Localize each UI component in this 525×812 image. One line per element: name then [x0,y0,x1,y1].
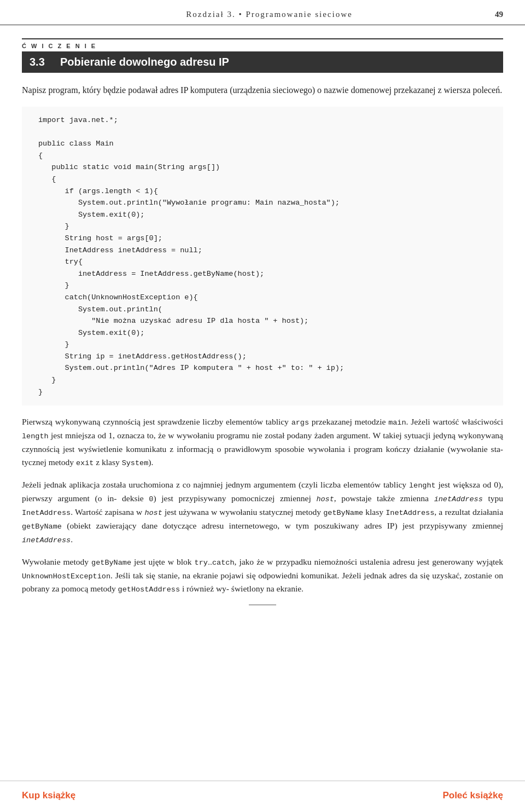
code-line-17: System.out.println( [38,305,162,314]
inline-code-0: 0 [149,495,153,503]
inline-italic-host: host [316,495,334,503]
inline-code-system: System [122,459,149,467]
inline-code-trycatch: try…catch [195,559,235,567]
code-line-8: System.out.println("Wywołanie programu: … [38,199,340,207]
inline-code-inetaddress-type: InetAddress [22,509,71,517]
paragraph-2: Jeżeli jednak aplikacja została uruchomi… [22,478,503,547]
code-line-14: inetAddress = InetAddress.getByName(host… [38,270,264,278]
inline-code-getbyname: getByName [323,509,363,517]
recommend-book-link[interactable]: Poleć książkę [442,790,503,801]
code-line-1: import java.net.*; [38,116,118,124]
exercise-title: Pobieranie dowolnego adresu IP [60,56,229,68]
inline-code-getbyname2: getByName [22,523,62,531]
page-number: 49 [495,10,503,19]
inline-code-inetaddress2: InetAddress [386,509,434,517]
code-line-13: try{ [38,258,83,266]
inline-code-exit: exit [76,459,94,467]
inline-code-length: length [22,432,49,440]
intro-paragraph: Napisz program, który będzie podawał adr… [22,84,503,97]
divider-line [249,605,276,605]
code-line-18: "Nie można uzyskać adresu IP dla hosta "… [38,317,308,325]
inline-italic-host2: host [144,509,162,517]
code-line-23: } [38,376,56,384]
page: Rozdział 3. • Programowanie sieciowe 49 … [0,0,525,812]
paragraph-1: Pierwszą wykonywaną czynnością jest spra… [22,415,503,469]
code-line-11: String host = args[0]; [38,234,162,242]
code-line-15: } [38,281,69,289]
exercise-label: Ć W I C Z E N I E [22,43,503,49]
inline-code-gethostaddress: getHostAddress [118,585,180,594]
code-line-19: System.exit(0); [38,329,144,337]
code-line-4: { [38,152,43,160]
inline-italic-inetaddress-var: inetAddress [434,495,483,503]
buy-book-link[interactable]: Kup książkę [22,790,75,801]
inline-italic-inetaddress2: inetAddress [22,536,71,544]
inline-code-getbyname3: getByName [91,559,131,567]
page-header: Rozdział 3. • Programowanie sieciowe 49 [0,0,525,25]
page-footer: Kup książkę Poleć książkę [0,780,525,812]
code-line-5: public static void main(String args[]) [38,163,220,171]
code-line-10: } [38,222,69,230]
code-line-6: { [38,175,56,183]
code-line-24: } [38,388,43,396]
code-line-20: } [38,340,69,349]
code-line-3: public class Main [38,140,114,148]
exercise-number: 3.3 [30,56,51,68]
code-line-2 [38,128,43,136]
header-title: Rozdział 3. • Programowanie sieciowe [44,10,495,19]
code-line-12: InetAddress inetAddress = null; [38,246,202,254]
inline-code-unknownhostexception: UnknownHostException [22,572,110,581]
exercise-border [22,38,503,39]
code-line-22: System.out.println("Adres IP komputera "… [38,364,344,372]
exercise-header: 3.3 Pobieranie dowolnego adresu IP [22,51,503,73]
paragraph-3: Wywołanie metody getByName jest ujęte w … [22,555,503,596]
inline-code-main: main [388,419,406,427]
code-line-9: System.exit(0); [38,211,144,219]
code-line-16: catch(UnknownHostException e){ [38,293,198,301]
code-line-7: if (args.length < 1){ [38,187,158,195]
inline-code-lenght: lenght [409,482,436,490]
inline-code-args: args [291,419,309,427]
code-line-21: String ip = inetAddress.getHostAddress()… [38,352,247,361]
code-block: import java.net.*; public class Main { p… [22,107,503,405]
main-content: Ć W I C Z E N I E 3.3 Pobieranie dowolne… [0,25,525,649]
